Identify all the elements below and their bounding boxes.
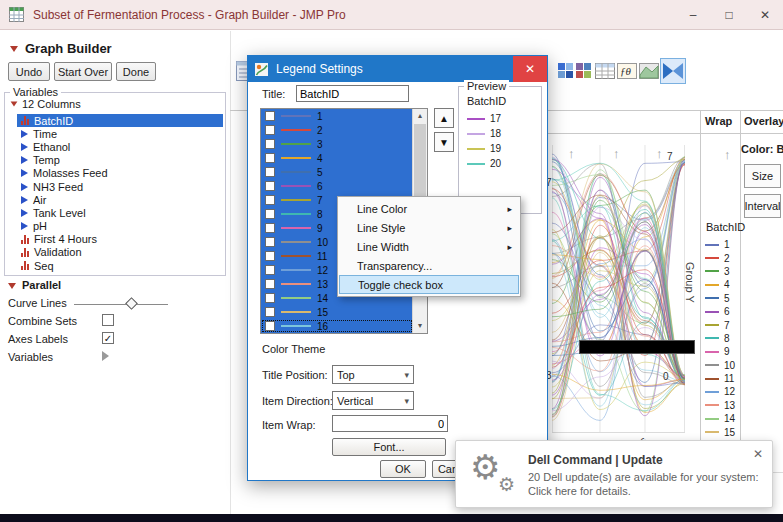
- disclosure-triangle-icon[interactable]: [102, 351, 109, 361]
- item-checkbox[interactable]: [265, 139, 275, 149]
- font-button[interactable]: Font...: [332, 438, 446, 456]
- item-checkbox[interactable]: [265, 167, 275, 177]
- interval-zone-button[interactable]: Interval: [744, 194, 781, 218]
- dialog-close-button[interactable]: ✕: [513, 56, 547, 82]
- variable-seq[interactable]: Seq: [17, 259, 223, 272]
- parallel-coordinates-plot[interactable]: [552, 133, 685, 463]
- menu-item-transparency-[interactable]: Transparency...: [339, 256, 519, 275]
- wrap-zone-label[interactable]: Wrap: [705, 115, 732, 127]
- ok-button[interactable]: OK: [380, 460, 426, 478]
- undo-button[interactable]: Undo: [8, 62, 50, 81]
- variable-molasses-feed[interactable]: Molasses Feed: [17, 167, 223, 180]
- red-triangle-icon[interactable]: [11, 101, 18, 106]
- variable-nh3-feed[interactable]: NH3 Feed: [17, 180, 223, 193]
- legend-list-item-2[interactable]: 2: [261, 123, 413, 137]
- item-direction-dropdown[interactable]: Vertical ▾: [332, 391, 414, 410]
- legend-entry-14[interactable]: 14: [705, 412, 739, 425]
- gear-icon: ⚙: [498, 473, 515, 496]
- item-checkbox[interactable]: [265, 279, 275, 289]
- minimize-button[interactable]: –: [675, 0, 711, 30]
- legend-entry-11[interactable]: 11: [705, 372, 739, 385]
- dell-update-notification[interactable]: ⚙ ⚙ Dell Command | Update 20 Dell update…: [455, 440, 773, 508]
- color-zone-label[interactable]: Color: BatchID: [741, 143, 783, 155]
- legend-title-input[interactable]: [296, 85, 409, 102]
- legend-list-item-1[interactable]: 1: [261, 109, 413, 123]
- scroll-up-icon[interactable]: ▴: [413, 109, 427, 123]
- legend-entry-5[interactable]: 5: [705, 292, 739, 305]
- done-button[interactable]: Done: [116, 62, 156, 81]
- variable-tank-level[interactable]: Tank Level: [17, 206, 223, 219]
- legend-entry-3[interactable]: 3: [705, 265, 739, 278]
- legend-list-item-6[interactable]: 6: [261, 179, 413, 193]
- red-triangle-icon[interactable]: [8, 283, 16, 289]
- item-checkbox[interactable]: [265, 237, 275, 247]
- start-over-button[interactable]: Start Over: [54, 62, 112, 81]
- red-triangle-icon[interactable]: [10, 46, 18, 52]
- variable-ph[interactable]: pH: [17, 220, 223, 233]
- surface-plot-icon[interactable]: [636, 58, 662, 84]
- legend-list-item-5[interactable]: 5: [261, 165, 413, 179]
- menu-item-toggle-check-box[interactable]: Toggle check box: [339, 275, 519, 294]
- item-checkbox[interactable]: [265, 223, 275, 233]
- overlay-zone-label[interactable]: Overlay: BatchID: [744, 115, 783, 127]
- legend-entry-12[interactable]: 12: [705, 385, 739, 398]
- item-checkbox[interactable]: [265, 265, 275, 275]
- legend-list-item-15[interactable]: 15: [261, 305, 413, 319]
- item-checkbox[interactable]: [265, 251, 275, 261]
- item-wrap-label: Item Wrap:: [262, 419, 316, 431]
- legend-entry-13[interactable]: 13: [705, 399, 739, 412]
- menu-item-line-style[interactable]: Line Style▸: [339, 218, 519, 237]
- title-position-dropdown[interactable]: Top ▾: [332, 365, 414, 384]
- main-legend[interactable]: 12345678910111213141516: [705, 238, 739, 452]
- move-item-up-button[interactable]: ▲: [434, 108, 454, 128]
- size-zone-button[interactable]: Size: [744, 164, 781, 188]
- legend-entry-10[interactable]: 10: [705, 359, 739, 372]
- legend-entry-8[interactable]: 8: [705, 332, 739, 345]
- item-checkbox[interactable]: [265, 321, 275, 331]
- group-y-label[interactable]: Group Y: [684, 262, 696, 303]
- legend-entry-7[interactable]: 7: [705, 318, 739, 331]
- item-checkbox[interactable]: [265, 181, 275, 191]
- curve-lines-slider-thumb[interactable]: [125, 297, 138, 310]
- item-checkbox[interactable]: [265, 293, 275, 303]
- legend-list-item-4[interactable]: 4: [261, 151, 413, 165]
- legend-entry-1[interactable]: 1: [705, 238, 739, 251]
- variable-temp[interactable]: Temp: [17, 154, 223, 167]
- item-checkbox[interactable]: [265, 195, 275, 205]
- item-checkbox[interactable]: [265, 153, 275, 163]
- parallel-plot-icon[interactable]: [660, 58, 686, 84]
- legend-entry-4[interactable]: 4: [705, 278, 739, 291]
- menu-item-line-width[interactable]: Line Width▸: [339, 237, 519, 256]
- scroll-down-icon[interactable]: ▾: [413, 319, 427, 333]
- variable-ethanol[interactable]: Ethanol: [17, 140, 223, 153]
- item-checkbox[interactable]: [265, 111, 275, 121]
- legend-entry-2[interactable]: 2: [705, 251, 739, 264]
- variable-batchid[interactable]: BatchID: [17, 114, 223, 127]
- legend-list-item-16[interactable]: 16: [261, 319, 413, 333]
- notification-close-icon[interactable]: ✕: [753, 447, 763, 461]
- dialog-titlebar[interactable]: Legend Settings ✕: [248, 56, 547, 82]
- notification-link[interactable]: Click here for details.: [528, 485, 631, 497]
- menu-item-line-color[interactable]: Line Color▸: [339, 199, 519, 218]
- maximize-button[interactable]: □: [711, 0, 747, 30]
- legend-entry-6[interactable]: 6: [705, 305, 739, 318]
- legend-list-item-3[interactable]: 3: [261, 137, 413, 151]
- variable-validation[interactable]: Validation: [17, 246, 223, 259]
- color-theme-swatch[interactable]: [579, 340, 695, 354]
- nominal-icon: [21, 116, 29, 125]
- combine-sets-checkbox[interactable]: [102, 314, 114, 326]
- move-item-down-button[interactable]: ▼: [434, 132, 454, 152]
- item-number: 12: [317, 265, 328, 276]
- variable-time[interactable]: Time: [17, 127, 223, 140]
- legend-entry-15[interactable]: 15: [705, 425, 739, 438]
- legend-entry-9[interactable]: 9: [705, 345, 739, 358]
- variable-first-4-hours[interactable]: First 4 Hours: [17, 233, 223, 246]
- variable-air[interactable]: Air: [17, 193, 223, 206]
- item-checkbox[interactable]: [265, 307, 275, 317]
- item-wrap-input[interactable]: [332, 415, 448, 432]
- item-checkbox[interactable]: [265, 209, 275, 219]
- item-checkbox[interactable]: [265, 125, 275, 135]
- axes-labels-checkbox[interactable]: ✓: [102, 332, 114, 344]
- curve-lines-slider-track[interactable]: [74, 304, 168, 305]
- close-button[interactable]: ✕: [747, 0, 783, 30]
